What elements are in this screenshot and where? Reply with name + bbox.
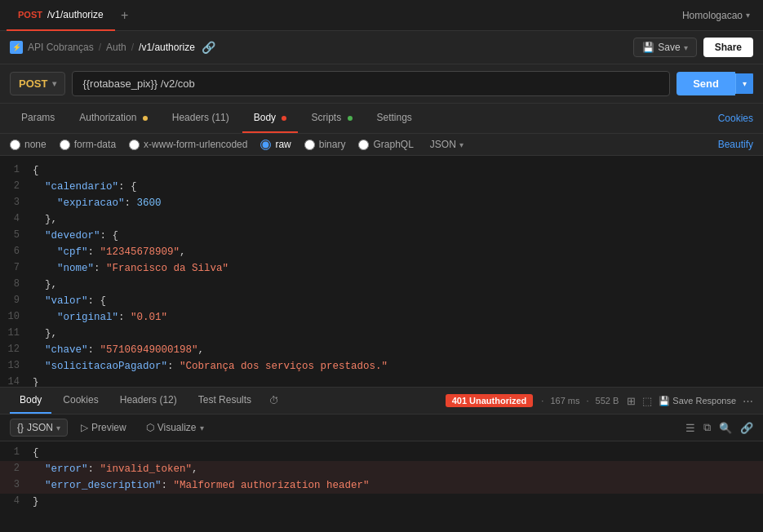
tab-label: /v1/authorize: [47, 9, 104, 20]
breadcrumb: ⚡ API Cobranças / Auth / /v1/authorize: [10, 41, 195, 54]
preview-play-icon: ▷: [81, 422, 88, 433]
save-button[interactable]: 💾 Save ▾: [633, 38, 696, 57]
tab-settings-label: Settings: [377, 112, 412, 123]
response-section: Body Cookies Headers (12) Test Results ⏱…: [0, 387, 763, 532]
search-response-icon[interactable]: 🔍: [719, 422, 732, 434]
response-separator-2: ·: [586, 396, 588, 406]
option-raw[interactable]: raw: [260, 139, 291, 150]
url-input[interactable]: [72, 71, 670, 96]
format-chevron-icon: ▾: [56, 423, 60, 432]
response-time: 167 ms: [550, 396, 579, 406]
res-code-line: 4 }: [0, 494, 763, 510]
method-label: POST: [19, 78, 47, 90]
save-chevron-icon: ▾: [684, 43, 688, 52]
code-line: 10 "original": "0.01": [0, 309, 763, 326]
option-binary[interactable]: binary: [304, 139, 346, 150]
more-options-icon[interactable]: ⋯: [743, 395, 753, 407]
code-line: 3 "expiracao": 3600: [0, 195, 763, 211]
code-editor[interactable]: 1 { 2 "calendario": { 3 "expiracao": 360…: [0, 156, 763, 387]
beautify-button[interactable]: Beautify: [718, 139, 753, 150]
res-code-line: 1 {: [0, 445, 763, 461]
format-label: JSON: [27, 422, 53, 433]
tab-params[interactable]: Params: [10, 104, 66, 133]
response-meta: · 167 ms · 552 B: [541, 396, 619, 406]
response-history-icon[interactable]: ⏱: [269, 395, 279, 406]
breadcrumb-toolbar: ⚡ API Cobranças / Auth / /v1/authorize 🔗…: [0, 31, 763, 64]
option-form-data[interactable]: form-data: [60, 139, 116, 150]
option-none[interactable]: none: [10, 139, 47, 150]
format-icon: {}: [17, 422, 24, 433]
response-icons: ⊞ ⬚ 💾 Save Response ⋯: [627, 395, 753, 407]
copy-icon[interactable]: ⊞: [627, 395, 636, 407]
link-response-icon[interactable]: 🔗: [740, 422, 753, 434]
visualize-button[interactable]: ⬡ Visualize ▾: [140, 419, 211, 436]
tab-body-label: Body: [254, 112, 276, 123]
response-toolbar: {} JSON ▾ ▷ Preview ⬡ Visualize ▾ ☰ ⧉ 🔍: [0, 415, 763, 441]
add-tab-button[interactable]: +: [115, 6, 135, 25]
api-icon: ⚡: [10, 41, 23, 54]
save-response-label[interactable]: 💾 Save Response: [659, 396, 736, 406]
visualize-icon: ⬡: [146, 422, 154, 433]
code-line: 8 },: [0, 277, 763, 293]
cookies-link[interactable]: Cookies: [718, 113, 753, 124]
method-selector[interactable]: POST ▾: [10, 72, 65, 95]
breadcrumb-sep-1: /: [99, 42, 101, 53]
env-label: Homologacao: [682, 10, 743, 21]
scripts-dot: [348, 116, 353, 121]
send-dropdown-button[interactable]: ▾: [735, 73, 753, 94]
active-tab[interactable]: POST /v1/authorize: [7, 0, 115, 31]
option-graphql[interactable]: GraphQL: [358, 139, 413, 150]
breadcrumb-part-1[interactable]: API Cobranças: [28, 42, 94, 53]
res-tab-test-results[interactable]: Test Results: [189, 388, 261, 414]
link-icon[interactable]: 🔗: [202, 41, 215, 54]
preview-button[interactable]: ▷ Preview: [74, 419, 133, 436]
tab-scripts[interactable]: Scripts: [299, 104, 363, 133]
status-badge: 401 Unauthorized: [446, 394, 534, 407]
share-button[interactable]: Share: [703, 38, 753, 57]
response-size: 552 B: [596, 396, 619, 406]
save-label: Save: [658, 42, 680, 53]
visualize-label: Visualize: [157, 422, 197, 433]
clear-icon[interactable]: ☰: [685, 422, 695, 434]
tab-params-label: Params: [21, 112, 55, 123]
json-format-selector[interactable]: JSON ▾: [430, 139, 464, 150]
tab-authorization[interactable]: Authorization: [68, 104, 158, 133]
code-line: 14 }: [0, 375, 763, 387]
tab-headers[interactable]: Headers (11): [161, 104, 241, 133]
toolbar-right: 💾 Save ▾ Share: [633, 38, 753, 57]
preview-label: Preview: [91, 422, 126, 433]
tab-headers-label: Headers (11): [172, 112, 229, 123]
copy-response-icon[interactable]: ⧉: [703, 421, 711, 434]
send-button[interactable]: Send: [676, 72, 735, 95]
code-line: 11 },: [0, 326, 763, 342]
method-chevron-icon: ▾: [52, 79, 56, 88]
breadcrumb-part-2[interactable]: Auth: [106, 42, 126, 53]
code-line: 6 "cpf": "12345678909",: [0, 244, 763, 260]
res-tab-cookies[interactable]: Cookies: [53, 388, 108, 414]
json-format-label: JSON: [430, 139, 456, 150]
code-line: 9 "valor": {: [0, 293, 763, 309]
res-tab-headers[interactable]: Headers (12): [110, 388, 187, 414]
response-toolbar-right: ☰ ⧉ 🔍 🔗: [685, 421, 753, 434]
request-bar: POST ▾ Send ▾: [0, 64, 763, 104]
tab-scripts-label: Scripts: [311, 112, 341, 123]
environment-selector[interactable]: Homologacao ▾: [676, 7, 756, 24]
tab-body[interactable]: Body: [242, 104, 299, 133]
code-line: 2 "calendario": {: [0, 179, 763, 195]
response-tabs: Body Cookies Headers (12) Test Results ⏱…: [0, 388, 763, 415]
send-button-container: Send ▾: [676, 72, 753, 95]
response-separator-1: ·: [541, 396, 543, 406]
code-line: 12 "chave": "57106949000198",: [0, 342, 763, 358]
code-editor-section: 1 { 2 "calendario": { 3 "expiracao": 360…: [0, 156, 763, 532]
option-urlencoded[interactable]: x-www-form-urlencoded: [129, 139, 247, 150]
api-icon-label: ⚡: [12, 43, 21, 51]
tab-bar: POST /v1/authorize + Homologacao ▾: [0, 0, 763, 31]
code-line: 13 "solicitacaoPagador": "Cobrança dos s…: [0, 358, 763, 375]
tab-settings[interactable]: Settings: [366, 104, 424, 133]
res-code-line: 3 "error_description": "Malformed author…: [0, 477, 763, 494]
response-body: 1 { 2 "error": "invalid_token", 3 "error…: [0, 441, 763, 532]
search-icon[interactable]: ⬚: [642, 395, 652, 407]
body-options: none form-data x-www-form-urlencoded raw…: [0, 134, 763, 156]
format-selector[interactable]: {} JSON ▾: [10, 419, 68, 437]
res-tab-body[interactable]: Body: [10, 388, 51, 414]
